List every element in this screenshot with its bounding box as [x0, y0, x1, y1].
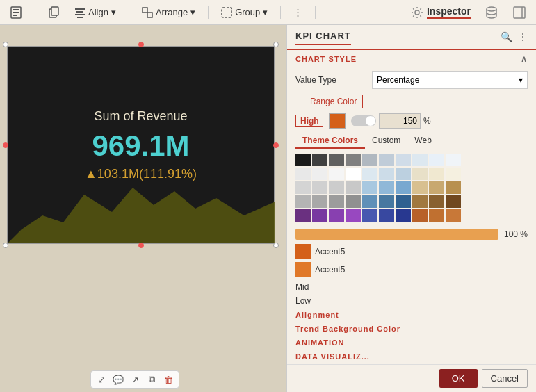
- color-cell[interactable]: [379, 154, 394, 166]
- color-cell[interactable]: [429, 168, 444, 180]
- search-icon[interactable]: 🔍: [501, 31, 512, 42]
- high-label[interactable]: High: [295, 115, 323, 127]
- data-viz-section[interactable]: DATA VISUALIZ...: [287, 350, 536, 364]
- color-cell[interactable]: [446, 154, 461, 166]
- mid-label: Mid: [295, 282, 323, 292]
- color-cell[interactable]: [412, 181, 428, 194]
- database-icon-button[interactable]: [480, 4, 503, 21]
- color-cell[interactable]: [446, 181, 461, 194]
- more-button[interactable]: ⋮: [289, 6, 307, 19]
- alignment-section[interactable]: Alignment: [287, 308, 536, 322]
- inspector-header-icons: 🔍 ⋮: [501, 31, 528, 42]
- share-icon[interactable]: ↗: [129, 373, 141, 386]
- inspector-header: KPI CHART 🔍 ⋮: [287, 25, 536, 50]
- animation-section[interactable]: ANIMATION: [287, 336, 536, 350]
- high-color-swatch[interactable]: [329, 113, 346, 129]
- toolbar-copy-icon[interactable]: [44, 5, 65, 20]
- progress-pct: 100 %: [504, 229, 528, 239]
- arrange-button[interactable]: Arrange ▾: [138, 6, 200, 19]
- color-cell[interactable]: [329, 181, 344, 194]
- duplicate-icon[interactable]: ⧉: [145, 373, 158, 386]
- color-cell[interactable]: [379, 181, 394, 194]
- color-cell[interactable]: [396, 209, 411, 222]
- color-cell[interactable]: [412, 168, 428, 180]
- color-cell[interactable]: [312, 195, 327, 208]
- color-cell[interactable]: [429, 195, 444, 208]
- color-cell[interactable]: [429, 154, 444, 166]
- tab-theme-colors[interactable]: Theme Colors: [295, 133, 365, 149]
- color-cell[interactable]: [346, 209, 361, 222]
- value-type-select[interactable]: Percentage ▾: [372, 71, 528, 89]
- color-cell[interactable]: [295, 181, 311, 194]
- color-cell[interactable]: [346, 154, 361, 166]
- group-button[interactable]: Group ▾: [217, 6, 272, 19]
- svg-rect-8: [75, 14, 85, 15]
- color-cell[interactable]: [396, 195, 411, 208]
- progress-bar[interactable]: [295, 229, 498, 240]
- color-cell[interactable]: [346, 181, 361, 194]
- trend-bg-section[interactable]: Trend Background Color: [287, 322, 536, 336]
- color-cell[interactable]: [362, 168, 377, 180]
- color-cell[interactable]: [295, 154, 311, 166]
- color-cell[interactable]: [412, 209, 428, 222]
- color-cell[interactable]: [362, 209, 377, 222]
- color-cell[interactable]: [412, 154, 428, 166]
- color-cell[interactable]: [312, 209, 327, 222]
- toolbar-file-icon[interactable]: [6, 5, 26, 20]
- color-cell[interactable]: [346, 195, 361, 208]
- tab-custom[interactable]: Custom: [365, 133, 407, 149]
- range-color-label[interactable]: Range Color: [304, 95, 363, 108]
- cancel-button[interactable]: Cancel: [482, 369, 528, 388]
- comment-icon[interactable]: 💬: [112, 373, 124, 386]
- color-cell[interactable]: [312, 181, 327, 194]
- color-cell[interactable]: [429, 209, 444, 222]
- inspector-icon-button[interactable]: Inspector: [406, 4, 475, 21]
- chart-style-section[interactable]: CHART STYLE ∧: [287, 50, 536, 68]
- color-cell[interactable]: [362, 195, 377, 208]
- color-cell[interactable]: [362, 181, 377, 194]
- color-cell[interactable]: [329, 209, 344, 222]
- color-cell[interactable]: [312, 168, 327, 180]
- color-cell[interactable]: [329, 195, 344, 208]
- svg-rect-9: [77, 17, 83, 18]
- svg-rect-5: [51, 7, 58, 15]
- canvas-area[interactable]: Sum of Revenue 969.1M ▲103.1M(111.91%) ⤢…: [0, 25, 286, 392]
- tab-web[interactable]: Web: [407, 133, 438, 149]
- color-cell[interactable]: [379, 195, 394, 208]
- color-cell[interactable]: [446, 209, 461, 222]
- color-cell[interactable]: [295, 209, 311, 222]
- color-cell[interactable]: [379, 209, 394, 222]
- toolbar: Align ▾ Arrange ▾ Group ▾ ⋮ Inspector: [0, 0, 536, 25]
- color-cell[interactable]: [396, 154, 411, 166]
- chart-style-chevron: ∧: [521, 54, 528, 64]
- color-cell[interactable]: [412, 195, 428, 208]
- color-cell[interactable]: [396, 168, 411, 180]
- high-value-input[interactable]: [379, 113, 421, 129]
- value-type-select-box[interactable]: Percentage ▾: [372, 71, 528, 89]
- resize-icon[interactable]: ⤢: [95, 373, 108, 386]
- color-cell[interactable]: [295, 168, 311, 180]
- menu-icon[interactable]: ⋮: [518, 31, 528, 42]
- color-cell[interactable]: [396, 181, 411, 194]
- layout-icon-button[interactable]: [508, 4, 530, 21]
- kpi-chart-tab[interactable]: KPI CHART: [295, 31, 351, 45]
- color-cell[interactable]: [346, 168, 361, 180]
- color-cell[interactable]: [329, 154, 344, 166]
- chart-title: Sum of Revenue: [85, 109, 197, 124]
- color-cell[interactable]: [379, 168, 394, 180]
- ok-button[interactable]: OK: [439, 369, 478, 388]
- accent5a-swatch[interactable]: [295, 244, 311, 259]
- color-cell[interactable]: [429, 181, 444, 194]
- color-cell[interactable]: [446, 168, 461, 180]
- color-cell[interactable]: [362, 154, 377, 166]
- align-button[interactable]: Align ▾: [70, 6, 120, 19]
- high-toggle[interactable]: [351, 115, 376, 126]
- color-cell[interactable]: [312, 154, 327, 166]
- accent5b-swatch[interactable]: [295, 262, 311, 277]
- gear-icon: [410, 6, 424, 19]
- color-cell[interactable]: [329, 168, 344, 180]
- delete-icon[interactable]: 🗑: [162, 373, 174, 386]
- low-label: Low: [295, 296, 323, 306]
- color-cell[interactable]: [446, 195, 461, 208]
- color-cell[interactable]: [295, 195, 311, 208]
